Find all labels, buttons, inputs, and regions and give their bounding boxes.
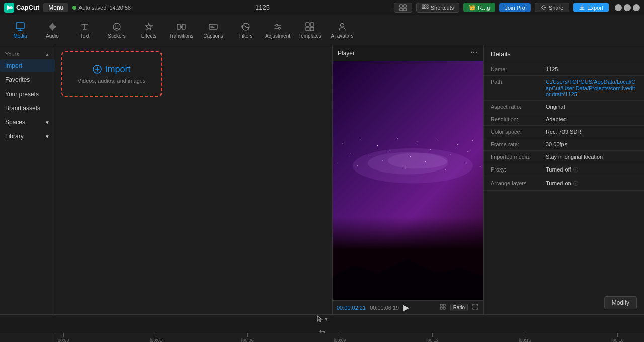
video-background <box>333 61 483 300</box>
svg-rect-22 <box>306 23 309 26</box>
time-mark-15: |00:15 <box>519 333 531 342</box>
svg-rect-16 <box>177 24 180 29</box>
proxy-label: Proxy: <box>491 166 546 174</box>
timeline-scroll-area[interactable]: 00:00 |00:03 |00:06 |00:09 |00:12 <box>55 333 644 342</box>
svg-point-46 <box>337 163 338 163</box>
time-mark-12: |00:12 <box>426 333 439 342</box>
player-menu-button[interactable] <box>470 48 478 58</box>
modify-button[interactable]: Modify <box>604 296 637 309</box>
detail-aspect-row: Aspect ratio: Original <box>484 101 644 113</box>
path-label: Path: <box>491 79 546 97</box>
shortcuts-button[interactable]: Shortcuts <box>416 3 459 13</box>
detail-framerate-row: Frame rate: 30.00fps <box>484 138 644 151</box>
svg-point-31 <box>342 143 343 144</box>
time-mark-0: 00:00 <box>58 333 69 342</box>
join-pro-button[interactable]: Join Pro <box>499 3 530 12</box>
ratio-button[interactable]: Ratio <box>450 304 468 311</box>
toolbar-filters[interactable]: Filters <box>230 17 261 43</box>
text-label: Text <box>80 33 89 39</box>
svg-rect-8 <box>427 5 428 6</box>
svg-rect-5 <box>404 8 406 11</box>
sidebar-section-label: Yours <box>5 51 19 57</box>
share-label: Share <box>549 5 564 11</box>
sidebar-item-library[interactable]: Library ▼ <box>0 130 55 143</box>
library-chevron: ▼ <box>45 134 50 139</box>
toolbar-templates[interactable]: Templates <box>295 17 325 43</box>
library-label: Library <box>5 133 24 140</box>
arrange-layers-info-icon[interactable]: ⓘ <box>573 180 578 187</box>
sidebar-section-yours[interactable]: Yours ▲ <box>0 49 55 58</box>
logo: CapCut <box>4 3 39 13</box>
proxy-info-icon[interactable]: ⓘ <box>573 166 578 174</box>
toolbar-audio[interactable]: Audio <box>37 17 67 43</box>
autosave-status: Auto saved: 14:20:58 <box>72 5 131 11</box>
player-video <box>333 61 483 300</box>
toolbar-captions[interactable]: Captions <box>198 17 228 43</box>
maximize-button[interactable] <box>624 4 631 11</box>
aspect-value: Original <box>546 104 565 110</box>
svg-rect-23 <box>310 23 314 26</box>
your-presets-label: Your presets <box>5 91 39 98</box>
import-drop-area[interactable]: Import Videos, audios, and images <box>61 51 162 97</box>
toolbar-media[interactable]: Media <box>5 17 35 43</box>
sidebar-item-brand-assets[interactable]: Brand assets <box>0 102 55 115</box>
time-mark-18: |00:18 <box>611 333 624 342</box>
import-plus-button[interactable]: Import <box>93 64 130 75</box>
rank-button[interactable]: 👑 R...g <box>463 3 495 12</box>
proxy-value: Turned off <box>546 166 571 174</box>
toolbar-ai-avatars[interactable]: AI avatars <box>327 17 357 43</box>
share-button[interactable]: Share <box>535 3 569 12</box>
shortcuts-label: Shortcuts <box>431 5 454 11</box>
svg-point-45 <box>467 151 468 152</box>
audio-label: Audio <box>46 33 59 39</box>
effects-label: Effects <box>141 33 156 39</box>
minimize-button[interactable] <box>615 4 622 11</box>
svg-rect-6 <box>422 5 424 6</box>
toolbar-adjustment[interactable]: Adjustment <box>263 17 293 43</box>
close-button[interactable] <box>633 4 640 11</box>
colorspace-value: Rec. 709 SDR <box>546 129 581 135</box>
sidebar-item-your-presets[interactable]: Your presets <box>0 88 55 101</box>
arrange-layers-value: Turned on <box>546 180 571 187</box>
autosave-text: Auto saved: 14:20:58 <box>78 5 131 11</box>
svg-point-28 <box>471 52 472 53</box>
svg-point-35 <box>418 141 419 142</box>
fullscreen-button[interactable] <box>472 303 479 312</box>
player-controls: 00:00:02:21 00:00:06:19 ▶ Ratio <box>333 300 483 314</box>
svg-rect-10 <box>424 7 426 8</box>
ai-avatars-label: AI avatars <box>331 33 353 39</box>
sidebar-item-favorites[interactable]: Favorites <box>0 73 55 87</box>
time-ruler: 00:00 |00:03 |00:06 |00:09 |00:12 <box>55 333 644 342</box>
name-label: Name: <box>491 66 546 72</box>
svg-point-32 <box>360 139 360 140</box>
screen-layout-button[interactable] <box>394 3 412 13</box>
detail-colorspace-row: Color space: Rec. 709 SDR <box>484 126 644 138</box>
toolbar-effects[interactable]: Effects <box>134 17 164 43</box>
media-panel: Import Videos, audios, and images <box>55 45 332 314</box>
full-timeline: ⊕ ⋯ Cover <box>0 333 644 342</box>
import-label: Import <box>5 62 22 69</box>
toolbar-stickers[interactable]: Stickers <box>102 17 132 43</box>
play-button[interactable]: ▶ <box>403 303 409 312</box>
spaces-label: Spaces <box>5 119 25 126</box>
export-button[interactable]: Export <box>573 3 609 12</box>
svg-rect-9 <box>422 7 424 8</box>
menu-button[interactable]: Menu <box>43 3 68 12</box>
svg-point-34 <box>397 138 398 138</box>
select-tool-button[interactable]: ▼ <box>315 315 329 323</box>
svg-point-20 <box>276 24 278 26</box>
toolbar-transitions[interactable]: Transitions <box>166 17 196 43</box>
timeline-toolbar: ▼ — <box>0 314 644 333</box>
time-mark-9: |00:09 <box>334 333 346 342</box>
fullscreen-fit-button[interactable] <box>439 303 446 312</box>
captions-label: Captions <box>203 33 223 39</box>
toolbar-text[interactable]: Text <box>69 17 100 43</box>
svg-point-13 <box>113 23 120 30</box>
svg-rect-58 <box>443 304 445 306</box>
topbar: CapCut Menu Auto saved: 14:20:58 1125 Sh… <box>0 0 644 15</box>
svg-rect-12 <box>16 23 24 29</box>
sidebar-item-import[interactable]: Import <box>0 59 55 72</box>
svg-point-15 <box>118 25 119 26</box>
aspect-label: Aspect ratio: <box>491 104 546 110</box>
sidebar-item-spaces[interactable]: Spaces ▼ <box>0 116 55 129</box>
